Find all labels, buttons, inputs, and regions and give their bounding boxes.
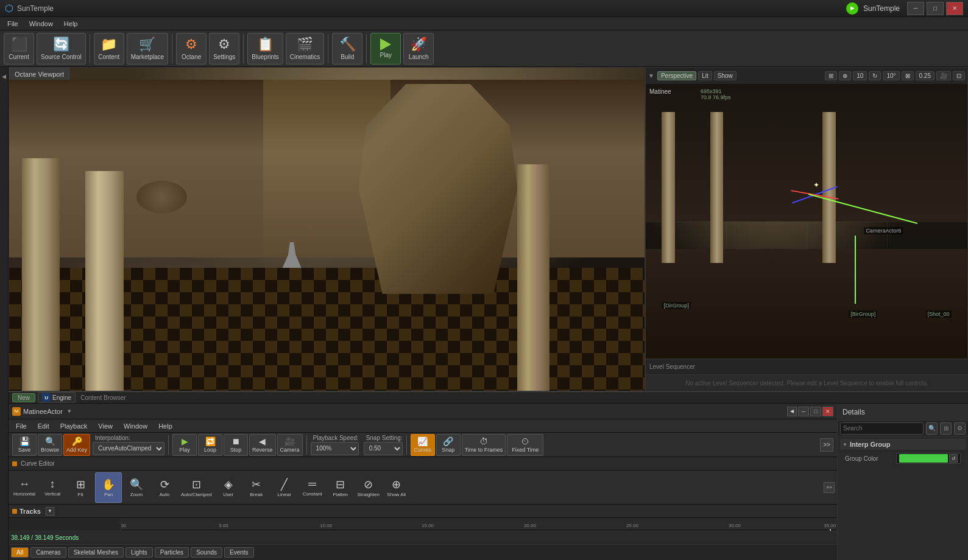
tool-break[interactable]: ✂ Break [243, 472, 270, 503]
tool-zoom[interactable]: 🔍 Zoom [123, 472, 150, 503]
filter-lights-btn[interactable]: Lights [125, 547, 153, 558]
mat-addkey-btn[interactable]: 🔑 Add Key [63, 434, 90, 456]
matinee-restore-btn[interactable]: □ [810, 407, 821, 416]
tool-user-label: User [223, 492, 233, 497]
toolbar-settings[interactable]: ⚙ Settings [209, 33, 239, 65]
matinee-pin-btn[interactable]: ◀ [787, 407, 797, 416]
tool-fit[interactable]: ⊞ Fit [67, 472, 94, 503]
mat-speed-dropdown[interactable]: 100% [311, 442, 359, 455]
tool-linear[interactable]: ╱ Linear [271, 472, 298, 503]
matinee-minimize-btn[interactable]: ─ [798, 407, 809, 416]
toolbar-launch[interactable]: 🚀 Launch [403, 33, 434, 65]
details-options-btn[interactable]: ⚙ [954, 422, 966, 435]
filter-events-btn[interactable]: Events [224, 547, 254, 558]
tool-row-expand[interactable]: >> [824, 482, 835, 493]
toolbar-build[interactable]: 🔨 Build [332, 33, 362, 65]
tool-user[interactable]: ◈ User [215, 472, 242, 503]
mat-browse-btn[interactable]: 🔍 Browse [38, 434, 62, 456]
toolbar-play[interactable]: Play [370, 33, 401, 65]
group-color-swatch[interactable] [899, 454, 948, 463]
vp-scale-val[interactable]: 0.25 [916, 71, 934, 80]
tool-straighten-label: Straighten [357, 492, 379, 497]
wall-decoration-1 [136, 181, 187, 213]
mat-stop-btn[interactable]: ⏹ Stop [224, 434, 248, 456]
toolbar-current[interactable]: ⬛ Current [4, 33, 34, 65]
details-search-input[interactable] [840, 422, 924, 435]
tracks-collapse-btn[interactable]: ▼ [46, 507, 54, 516]
details-section-header[interactable]: ▼ Interp Group [840, 439, 966, 450]
mat-curves-btn[interactable]: 📈 Curves [411, 434, 435, 456]
tool-vertical[interactable]: ↕ Vertical [39, 472, 66, 503]
mat-menu-file[interactable]: File [11, 421, 32, 431]
minimize-button[interactable]: ─ [907, 2, 924, 15]
toolbar-source-control[interactable]: 🔄 Source Control [37, 33, 86, 65]
expand-arrow-icon[interactable]: >> [820, 438, 833, 452]
mat-menu-window[interactable]: Window [119, 421, 152, 431]
title-bar-controls: ▶ SunTemple ─ □ ✕ [846, 2, 968, 15]
toolbar-octane[interactable]: ⚙ Octane [176, 33, 207, 65]
vp-camera-speed-btn[interactable]: 🎥 [936, 71, 951, 80]
toolbar-cinematics[interactable]: 🎬 Cinematics [286, 33, 324, 65]
vp-angle-val[interactable]: 10° [883, 71, 899, 80]
mat-menu-view[interactable]: View [93, 421, 118, 431]
mat-fixed-time-btn[interactable]: ⏲ Fixed Time [507, 434, 543, 456]
mat-camera-btn[interactable]: 🎥 Camera [277, 434, 303, 456]
tool-auto-clamped[interactable]: ⊡ Auto/Clamped [179, 472, 214, 503]
group-color-value[interactable]: ↺ [896, 453, 961, 464]
filter-all-btn[interactable]: All [11, 547, 29, 558]
cb-new-button[interactable]: New [12, 393, 35, 402]
right-viewport[interactable]: ▼ Perspective Lit Show ⊞ ⊕ 10 ↻ 10° ⊠ 0.… [645, 67, 968, 359]
color-reset-btn[interactable]: ↺ [949, 454, 958, 463]
tool-pan[interactable]: ✋ Pan [95, 472, 122, 503]
details-header: Details [838, 404, 968, 421]
toolbar-content[interactable]: 📁 Content [94, 33, 124, 65]
vp-snap-grid-btn[interactable]: ⊞ [825, 71, 837, 80]
menu-window[interactable]: Window [24, 19, 58, 29]
mat-menu-help[interactable]: Help [154, 421, 177, 431]
toolbar-marketplace[interactable]: 🛒 Marketplace [127, 33, 168, 65]
tool-straighten[interactable]: ⊘ Straighten [355, 472, 382, 503]
mat-menu-playback[interactable]: Playback [55, 421, 93, 431]
tool-auto[interactable]: ⟳ Auto [151, 472, 178, 503]
vp-lit-btn[interactable]: Lit [698, 71, 712, 80]
time-mark-5: 5.00 [219, 523, 228, 528]
octane-viewport-tab[interactable]: Octane Viewport [9, 68, 69, 80]
mat-expand-btn[interactable]: >> [820, 438, 833, 452]
close-button[interactable]: ✕ [946, 2, 963, 15]
tool-show-all[interactable]: ⊕ Show All [383, 472, 410, 503]
vp-translate-snap-btn[interactable]: ⊕ [839, 71, 851, 80]
mat-snap-dropdown[interactable]: 0.50 [364, 442, 403, 455]
menu-file[interactable]: File [2, 19, 23, 29]
filter-sounds-btn[interactable]: Sounds [191, 547, 222, 558]
vp-scale-snap-btn[interactable]: ⊠ [902, 71, 914, 80]
tool-horizontal[interactable]: ↔ Horizontal [11, 472, 38, 503]
mat-reverse-btn[interactable]: ◀ Reverse [249, 434, 276, 456]
details-list-btn[interactable]: ⊞ [940, 422, 952, 435]
menu-help[interactable]: Help [59, 19, 83, 29]
filter-particles-btn[interactable]: Particles [155, 547, 189, 558]
mat-snap-btn[interactable]: 🔗 Snap [436, 434, 461, 456]
tool-row-expand-icon[interactable]: >> [824, 482, 835, 493]
maximize-button[interactable]: □ [927, 2, 944, 15]
tool-flatten[interactable]: ⊟ Flatten [327, 472, 354, 503]
search-magnifier-btn[interactable]: 🔍 [926, 422, 938, 435]
filter-cameras-btn[interactable]: Cameras [30, 547, 66, 558]
vp-rotate-snap-btn[interactable]: ↻ [869, 71, 881, 80]
mat-interp-dropdown[interactable]: CurveAutoClamped [93, 442, 164, 455]
cam-path-2 [855, 236, 856, 304]
mat-save-btn[interactable]: 💾 Save [12, 434, 37, 456]
mat-play-btn[interactable]: ▶ Play [172, 434, 197, 456]
filter-skeletal-meshes-btn[interactable]: Skeletal Meshes [68, 547, 124, 558]
mat-loop-btn[interactable]: 🔁 Loop [198, 434, 222, 456]
toolbar-play-label: Play [380, 52, 392, 58]
toolbar-blueprints[interactable]: 📋 Blueprints [247, 33, 283, 65]
matinee-close-btn[interactable]: ✕ [822, 407, 833, 416]
vp-perspective-btn[interactable]: Perspective [657, 71, 696, 80]
tool-constant[interactable]: ═ Constant [299, 472, 326, 503]
vp-show-btn[interactable]: Show [714, 71, 737, 80]
vp-maximize-btn[interactable]: ⊡ [953, 71, 965, 80]
main-viewport[interactable]: Octane Viewport [9, 67, 645, 391]
mat-time-frames-btn[interactable]: ⏱ Time to Frames [462, 434, 506, 456]
mat-menu-edit[interactable]: Edit [33, 421, 54, 431]
vp-snap-val[interactable]: 10 [853, 71, 867, 80]
